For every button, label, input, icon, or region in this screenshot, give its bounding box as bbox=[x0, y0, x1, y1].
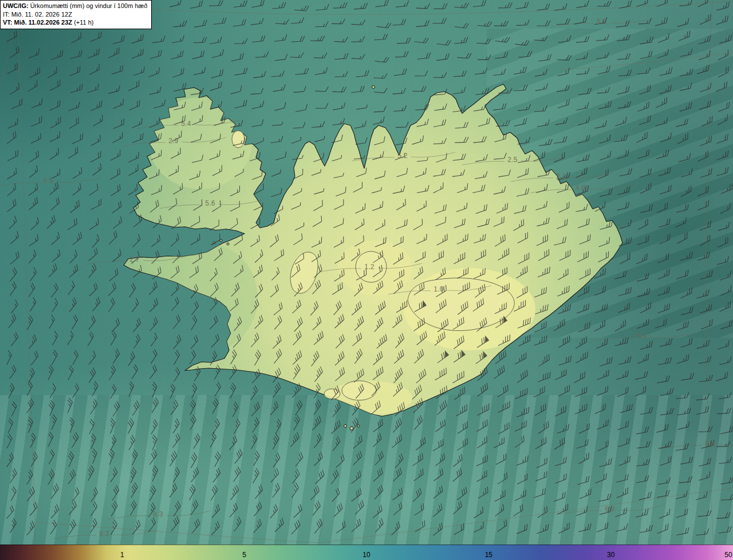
map-canvas bbox=[0, 0, 733, 560]
init-time: IT: Mið. 11. 02. 2026 12Z bbox=[3, 10, 147, 19]
colorbar-ticks: 1510153050 bbox=[0, 545, 733, 560]
colorbar-tick-label: 30 bbox=[607, 551, 614, 559]
colorbar-tick-label: 50 bbox=[724, 551, 732, 559]
weather-map: 3.35.42.95.55.22.52.24.85.62.71.21.05.46… bbox=[0, 0, 733, 560]
colorbar-tick-label: 5 bbox=[242, 551, 246, 559]
colorbar-tick-label: 15 bbox=[485, 551, 492, 559]
valid-offset: (+11 h) bbox=[72, 19, 93, 26]
colorbar-wrap: 1510153050 bbox=[0, 545, 733, 560]
valid-time-line: VT: Mið. 11.02.2026 23Z (+11 h) bbox=[3, 18, 147, 27]
colorbar-tick-label: 10 bbox=[362, 551, 370, 559]
product-title-line: UWC/IG: Úrkomumætti (mm) og vindur í 100… bbox=[3, 2, 147, 10]
product-description: Úrkomumætti (mm) og vindur í 100m hæð bbox=[29, 2, 148, 9]
colorbar-tick-label: 1 bbox=[120, 551, 124, 559]
valid-time: VT: Mið. 11.02.2026 23Z bbox=[3, 19, 72, 26]
title-box: UWC/IG: Úrkomumætti (mm) og vindur í 100… bbox=[0, 0, 152, 29]
product-code: UWC/IG: bbox=[3, 2, 29, 9]
